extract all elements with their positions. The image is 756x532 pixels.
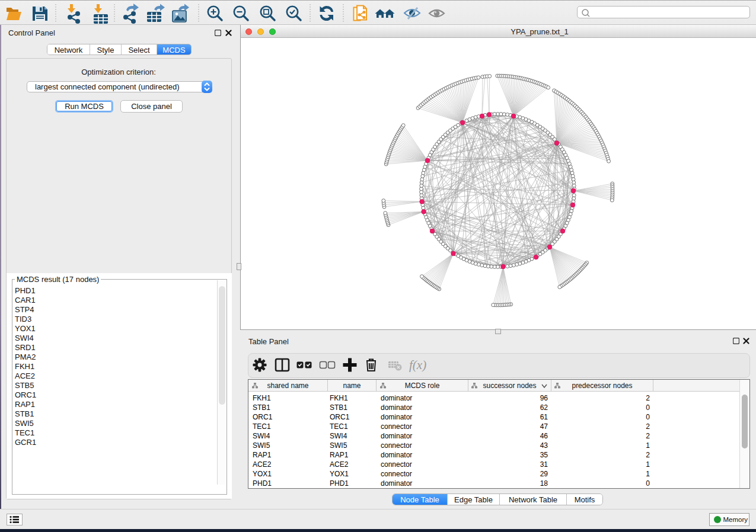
svg-text:Memory: Memory bbox=[723, 516, 748, 523]
svg-text:f(x): f(x) bbox=[409, 358, 426, 372]
